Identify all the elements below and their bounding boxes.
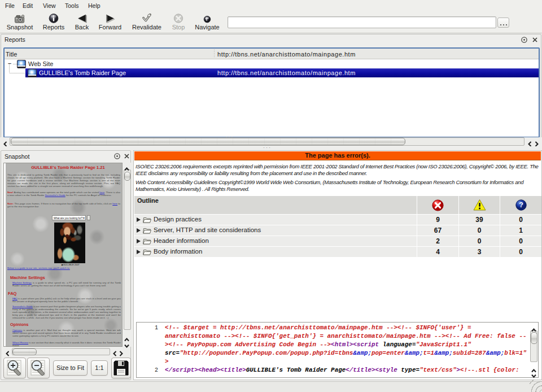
svg-text:?: ?	[519, 201, 523, 209]
